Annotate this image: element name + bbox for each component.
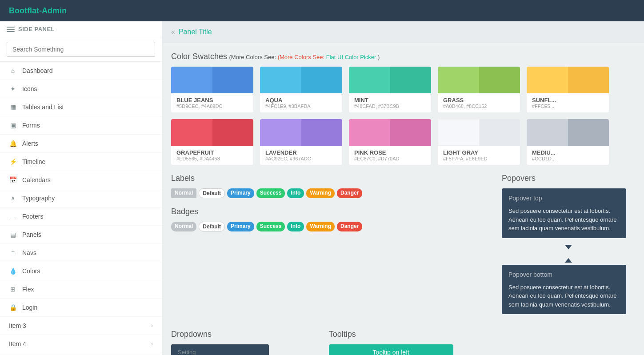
sidebar-item-tables-list[interactable]: ▦ Tables and List (0, 98, 162, 116)
swatches-row-2: GRAPEFRUIT #ED5565, #DA4453 LAVENDER #AC… (171, 119, 635, 165)
navs-icon: ≡ (9, 249, 17, 256)
sidebar-item-colors[interactable]: 💧 Colors (0, 262, 162, 280)
more-colors-label: (More Colors See: (278, 54, 324, 60)
dropdowns-section: Dropdowns Setting Action Another action … (171, 330, 320, 355)
badge-danger: Danger (337, 222, 362, 231)
sidebar-item-label: Alerts (22, 140, 38, 147)
table-icon: ▦ (9, 104, 17, 111)
bell-icon: 🔔 (9, 140, 17, 147)
popovers-col: Popovers Popover top Sed posuere consect… (502, 174, 635, 321)
sidebar-item-dashboard[interactable]: ⌂ Dashboard (0, 62, 162, 80)
sidebar-item-label: Icons (22, 85, 37, 92)
label-warning: Warning (306, 188, 335, 198)
color-swatches-section: Color Swatches (More Colors See: (More C… (171, 52, 635, 165)
panel-header: « Panel Title (162, 21, 644, 43)
popover-top: Popover top Sed posuere consectetur est … (502, 188, 626, 238)
swatches-subtitle: (More Colors See: (More Colors See: Flat… (229, 54, 380, 60)
badge-default: Default (199, 222, 225, 231)
dropdowns-title: Dropdowns (171, 330, 320, 339)
sidebar-item-item3[interactable]: Item 3 › (0, 317, 162, 335)
badge-info: Info (287, 222, 304, 231)
sidebar-item-typography[interactable]: ∧ Typography (0, 189, 162, 207)
sidebar-item-flex[interactable]: ⊞ Flex (0, 280, 162, 299)
badge-warning: Warning (306, 222, 335, 231)
picker-link[interactable]: Flat UI Color Picker (326, 54, 376, 60)
popovers-title: Popovers (502, 174, 635, 183)
chevron-right-icon: › (151, 323, 153, 329)
popover-bottom-title: Popover bottom (508, 270, 620, 279)
drop-icon: 💧 (9, 267, 17, 275)
sidebar-item-footers[interactable]: — Footers (0, 207, 162, 226)
label-default: Default (199, 188, 225, 198)
swatches-row-1: BLUE JEANS #5D9CEC, #4A89DC AQUA #4FC1E9… (171, 67, 635, 112)
tooltips-section: Tooltips Tooltip on left Tooltip on top … (329, 330, 478, 355)
lightning-icon: ⚡ (9, 158, 17, 165)
badge-primary: Primary (227, 222, 254, 231)
label-success: Success (256, 188, 285, 198)
popover-bottom: Popover bottom Sed posuere consectetur e… (502, 265, 626, 315)
sidebar-item-label: Panels (22, 231, 41, 238)
sidebar-item-timeline[interactable]: ⚡ Timeline (0, 153, 162, 171)
sidebar: SIDE PANEL ⌂ Dashboard ✦ Icons ▦ Tables … (0, 21, 162, 355)
badges-row: Normal Default Primary Success Info Warn… (171, 222, 493, 231)
sidebar-search (0, 37, 162, 62)
sidebar-item-icons[interactable]: ✦ Icons (0, 80, 162, 98)
sidebar-item-label: Navs (22, 249, 36, 256)
swatch-medium-gray: MEDIU... #CCD1D... (527, 119, 609, 165)
swatch-sunfl: SUNFL... #FFCE5... (527, 67, 609, 112)
popover-top-arrow (565, 245, 572, 249)
dropdown-header: Setting (171, 344, 269, 355)
panel-title: Panel Title (179, 28, 212, 36)
sidebar-item-item4[interactable]: Item 4 › (0, 335, 162, 353)
badges-section: Badges Normal Default Primary Success In… (171, 207, 493, 231)
dropdowns-tooltips-section: Dropdowns Setting Action Another action … (171, 330, 635, 355)
label-info: Info (287, 188, 304, 198)
sidebar-item-label: Flex (22, 286, 34, 293)
hamburger-icon[interactable] (7, 27, 15, 32)
sidebar-item-alerts[interactable]: 🔔 Alerts (0, 135, 162, 153)
back-icon[interactable]: « (171, 28, 175, 36)
house-icon: ⌂ (9, 67, 17, 74)
labels-section: Labels Normal Default Primary Success In… (171, 174, 493, 198)
popover-top-content: Sed posuere consectetur est at lobortis.… (508, 207, 620, 233)
minus-icon: — (9, 213, 17, 220)
tooltip-buttons: Tooltip on left Tooltip on top Tooltip o… (329, 344, 478, 355)
sidebar-item-label: Item 4 (9, 340, 26, 347)
sidebar-item-navs[interactable]: ≡ Navs (0, 244, 162, 262)
gear-icon: ✦ (9, 85, 17, 92)
swatches-title: Color Swatches (171, 52, 227, 61)
swatch-grass: GRASS #A0D468, #8CC152 (438, 67, 520, 112)
content-body: Color Swatches (More Colors See: (More C… (162, 43, 644, 355)
sidebar-nav: ⌂ Dashboard ✦ Icons ▦ Tables and List ▣ … (0, 62, 162, 355)
sidebar-item-label: Timeline (22, 158, 45, 165)
panels-icon: ▤ (9, 231, 17, 238)
app-title: Bootflat-Admin (9, 6, 67, 16)
labels-title: Labels (171, 174, 493, 183)
labels-row: Normal Default Primary Success Info Warn… (171, 188, 493, 198)
badge-normal: Normal (171, 222, 196, 231)
badges-title: Badges (171, 207, 493, 216)
sidebar-item-label: Forms (22, 122, 40, 129)
sidebar-item-panels[interactable]: ▤ Panels (0, 226, 162, 244)
content-area: « Panel Title Color Swatches (More Color… (162, 21, 644, 355)
swatch-lavender: LAVENDER #AC92EC, #967ADC (260, 119, 342, 165)
swatch-grapefruit: GRAPEFRUIT #ED5565, #DA4453 (171, 119, 253, 165)
sidebar-item-label: Typography (22, 195, 55, 202)
tooltips-title: Tooltips (329, 330, 478, 339)
sidebar-item-calendars[interactable]: 📅 Calendars (0, 171, 162, 189)
sidebar-item-label: Item 3 (9, 322, 26, 329)
topbar: Bootflat-Admin (0, 0, 644, 21)
badge-success: Success (256, 222, 285, 231)
label-normal: Normal (171, 188, 196, 198)
search-input[interactable] (7, 42, 155, 57)
label-danger: Danger (337, 188, 362, 198)
swatch-aqua: AQUA #4FC1E9, #3BAFDA (260, 67, 342, 112)
main-layout: SIDE PANEL ⌂ Dashboard ✦ Icons ▦ Tables … (0, 21, 644, 355)
tooltip-btn-left[interactable]: Tooltip on left (329, 344, 453, 355)
form-icon: ▣ (9, 122, 17, 129)
sidebar-item-forms[interactable]: ▣ Forms (0, 116, 162, 135)
sidebar-item-label: Colors (22, 267, 40, 275)
sidebar-item-login[interactable]: 🔒 Login (0, 299, 162, 317)
chevron-right-icon: › (151, 341, 153, 347)
sidebar-item-label: Dashboard (22, 67, 53, 74)
